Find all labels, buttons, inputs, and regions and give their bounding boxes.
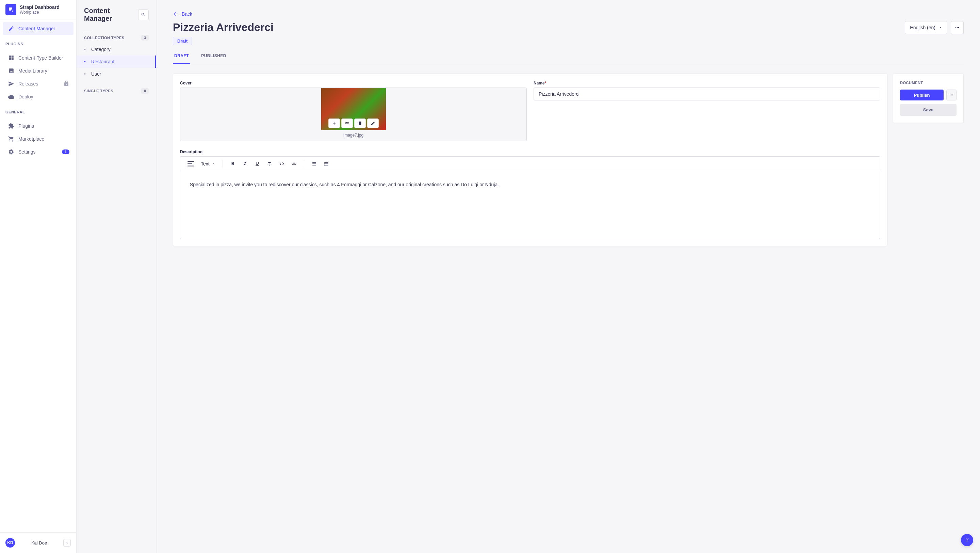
- link-button[interactable]: [290, 159, 298, 168]
- bold-button[interactable]: [228, 159, 237, 168]
- search-icon: [141, 12, 146, 17]
- plus-icon: [332, 121, 337, 126]
- cover-link-button[interactable]: [341, 118, 353, 128]
- language-select[interactable]: English (en): [905, 21, 947, 34]
- language-value: English (en): [910, 25, 935, 30]
- sidebar-item-label: Marketplace: [18, 136, 44, 142]
- document-panel-title: DOCUMENT: [900, 81, 956, 85]
- collapse-sidebar-button[interactable]: [63, 539, 71, 547]
- text-style-select[interactable]: Text: [199, 161, 217, 167]
- user-avatar[interactable]: KD: [5, 538, 15, 548]
- search-button[interactable]: [138, 9, 149, 20]
- status-badge: Draft: [173, 37, 192, 45]
- settings-badge: 1: [62, 150, 69, 154]
- sidebar-item-label: Releases: [18, 81, 38, 86]
- lock-icon: [63, 80, 69, 88]
- trash-icon: [358, 121, 363, 126]
- gear-icon: [8, 149, 14, 155]
- cover-image: [321, 88, 386, 130]
- description-label: Description: [180, 150, 880, 154]
- collection-item-category[interactable]: Category: [76, 43, 156, 56]
- tab-draft[interactable]: DRAFT: [173, 53, 190, 64]
- name-input[interactable]: [533, 88, 880, 100]
- cover-delete-button[interactable]: [354, 118, 366, 128]
- dots-horizontal-icon: [949, 92, 954, 97]
- sidebar-item-plugins[interactable]: Plugins: [3, 120, 73, 132]
- align-icon[interactable]: [186, 159, 195, 168]
- collection-types-label: COLLECTION TYPES: [84, 36, 124, 40]
- sidebar-item-label: Media Library: [18, 68, 47, 73]
- sidebar-item-settings[interactable]: Settings 1: [3, 145, 73, 158]
- sidebar-item-label: Settings: [18, 149, 36, 155]
- send-icon: [8, 81, 14, 87]
- collection-item-user[interactable]: User: [76, 68, 156, 80]
- sidebar-item-label: Deploy: [18, 94, 33, 99]
- chevron-left-icon: [65, 541, 69, 545]
- sidebar-item-media-library[interactable]: Media Library: [3, 64, 73, 77]
- caret-down-icon: [939, 26, 942, 29]
- sidebar-item-label: Plugins: [18, 123, 34, 129]
- save-button[interactable]: Save: [900, 104, 956, 116]
- plugins-section-label: PLUGINS: [0, 38, 76, 49]
- sidebar-item-label: Content-Type Builder: [18, 55, 63, 61]
- sidebar-item-deploy[interactable]: Deploy: [3, 90, 73, 103]
- dots-horizontal-icon: [955, 25, 960, 30]
- underline-button[interactable]: [253, 159, 262, 168]
- document-panel: DOCUMENT Publish Save: [893, 73, 964, 123]
- arrow-left-icon: [173, 11, 179, 17]
- form-card: Cover Image7.jpg: [173, 73, 888, 246]
- link-icon: [291, 161, 297, 167]
- strapi-logo: [5, 4, 16, 15]
- user-name: Kai Doe: [19, 540, 59, 545]
- pencil-icon: [371, 121, 375, 126]
- user-footer: KD Kai Doe: [0, 532, 76, 553]
- single-count-badge: 0: [141, 88, 149, 94]
- strikethrough-button[interactable]: [265, 159, 274, 168]
- cover-label: Cover: [180, 81, 527, 86]
- primary-sidebar: Strapi Dashboard Workplace Content Manag…: [0, 0, 76, 553]
- caret-down-icon: [212, 162, 215, 166]
- bold-icon: [230, 161, 235, 167]
- cover-field[interactable]: Image7.jpg: [180, 88, 527, 141]
- numbered-list-button[interactable]: [322, 159, 331, 168]
- strikethrough-icon: [267, 161, 272, 167]
- sidebar-item-releases[interactable]: Releases: [3, 77, 73, 90]
- underline-icon: [255, 161, 260, 167]
- publish-more-button[interactable]: [946, 89, 956, 100]
- general-section-label: GENERAL: [0, 106, 76, 117]
- sidebar-item-content-manager[interactable]: Content Manager: [3, 22, 73, 35]
- name-label: Name*: [533, 81, 880, 86]
- italic-button[interactable]: [240, 159, 250, 168]
- code-button[interactable]: [277, 159, 286, 168]
- puzzle-icon: [8, 123, 14, 129]
- sidebar-item-content-type-builder[interactable]: Content-Type Builder: [3, 51, 73, 64]
- bullet-list-button[interactable]: [310, 159, 318, 168]
- item-label: Restaurant: [91, 59, 115, 64]
- list-bullet-icon: [311, 161, 317, 167]
- help-button[interactable]: ?: [961, 534, 973, 546]
- cloud-icon: [8, 94, 14, 100]
- edit-icon: [8, 25, 14, 32]
- italic-icon: [242, 161, 248, 167]
- image-icon: [8, 68, 14, 74]
- item-label: Category: [91, 47, 111, 52]
- cover-filename: Image7.jpg: [343, 133, 363, 141]
- link-icon: [345, 121, 350, 126]
- sidebar-header: Strapi Dashboard Workplace: [0, 0, 76, 19]
- publish-button[interactable]: Publish: [900, 89, 943, 100]
- content-tabs: DRAFT PUBLISHED: [173, 53, 964, 64]
- back-link[interactable]: Back: [173, 11, 964, 17]
- code-icon: [279, 161, 285, 167]
- collection-item-restaurant[interactable]: Restaurant: [76, 56, 156, 68]
- more-actions-button[interactable]: [951, 21, 964, 34]
- content-types-sidebar: Content Manager COLLECTION TYPES 3 Categ…: [76, 0, 156, 553]
- sidebar-item-marketplace[interactable]: Marketplace: [3, 132, 73, 145]
- grid-icon: [8, 55, 14, 61]
- cart-icon: [8, 136, 14, 142]
- page-title: Pizzeria Arrivederci: [173, 21, 274, 34]
- list-numbered-icon: [324, 161, 329, 167]
- cover-add-button[interactable]: [328, 118, 340, 128]
- tab-published[interactable]: PUBLISHED: [200, 53, 228, 64]
- cover-edit-button[interactable]: [367, 118, 379, 128]
- description-editor[interactable]: Specialized in pizza, we invite you to r…: [180, 171, 880, 239]
